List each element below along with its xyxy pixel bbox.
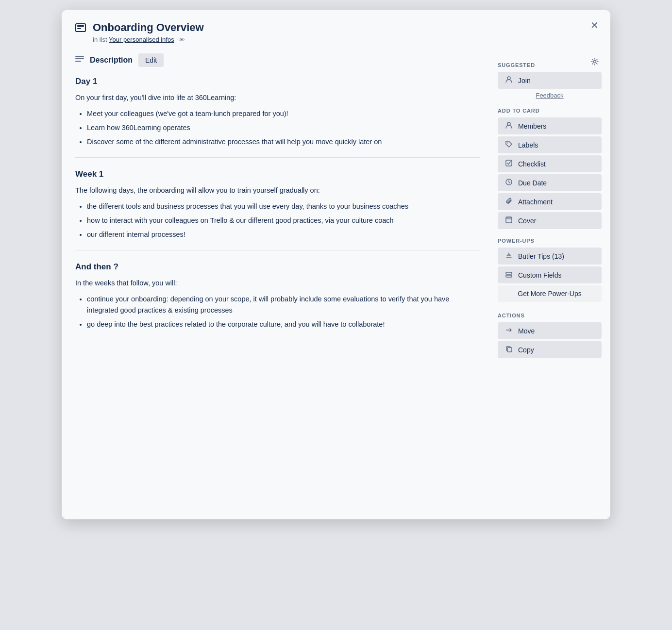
svg-rect-1 (77, 25, 84, 27)
move-button[interactable]: Move (498, 322, 602, 339)
main-content: Description Edit Day 1 On your first day… (62, 50, 494, 508)
description-header: Description Edit (75, 53, 480, 67)
list-item: Learn how 360Learning operates (87, 122, 480, 133)
suggested-label: SUGGESTED (498, 62, 535, 68)
list-item: how to interact with your colleagues on … (87, 215, 480, 226)
list-item: Meet your colleagues (we've got a team-l… (87, 108, 480, 119)
week1-bullets: the different tools and business process… (75, 201, 480, 241)
svg-point-7 (507, 77, 510, 80)
move-label: Move (518, 327, 535, 335)
day1-bullets: Meet your colleagues (we've got a team-l… (75, 108, 480, 148)
andthen-heading: And then ? (75, 260, 480, 273)
attachment-button[interactable]: Attachment (498, 193, 602, 210)
members-label: Members (518, 122, 546, 130)
checklist-button[interactable]: Checklist (498, 155, 602, 172)
modal-body: Description Edit Day 1 On your first day… (62, 50, 610, 519)
modal-header: Onboarding Overview in list Your persona… (62, 10, 610, 50)
content-area: Day 1 On your first day, you'll dive int… (75, 75, 480, 330)
svg-rect-16 (507, 348, 512, 352)
list-name-link[interactable]: Your personalised infos (109, 36, 174, 43)
close-button[interactable]: ✕ (587, 17, 603, 33)
labels-label: Labels (518, 141, 538, 149)
svg-point-8 (507, 122, 510, 125)
due-date-button[interactable]: Due Date (498, 174, 602, 191)
list-item: Discover some of the different administr… (87, 136, 480, 148)
svg-rect-0 (76, 24, 85, 32)
join-button[interactable]: Join (498, 72, 602, 89)
cover-label: Cover (518, 217, 536, 225)
gear-button[interactable] (588, 57, 602, 68)
card-modal: Onboarding Overview in list Your persona… (62, 10, 610, 519)
butler-tips-label: Butler Tips (13) (518, 252, 564, 260)
andthen-bullets: continue your onboarding: depending on y… (75, 294, 480, 331)
week1-intro: The following days, the onboarding will … (75, 185, 480, 196)
add-to-card-label: ADD TO CARD (498, 108, 602, 114)
custom-fields-label: Custom Fields (518, 271, 561, 279)
labels-button[interactable]: Labels (498, 136, 602, 153)
day1-heading: Day 1 (75, 75, 480, 88)
description-icon (75, 55, 84, 65)
due-date-label: Due Date (518, 179, 547, 187)
card-title: Onboarding Overview (93, 21, 597, 34)
butler-tips-button[interactable]: Butler Tips (13) (498, 248, 602, 265)
svg-rect-10 (506, 160, 512, 166)
copy-button[interactable]: Copy (498, 341, 602, 358)
section-divider (75, 250, 480, 250)
subtitle-prefix: in list (93, 36, 107, 43)
section-divider (75, 157, 480, 158)
copy-label: Copy (518, 346, 534, 354)
list-item: our different internal processes! (87, 229, 480, 240)
cover-icon (504, 216, 513, 225)
custom-fields-button[interactable]: Custom Fields (498, 266, 602, 283)
edit-button[interactable]: Edit (138, 53, 164, 67)
feedback-button[interactable]: Feedback (498, 92, 602, 99)
eye-icon: 👁 (179, 36, 185, 44)
actions-label: ACTIONS (498, 313, 602, 318)
svg-rect-2 (77, 28, 81, 29)
header-text: Onboarding Overview in list Your persona… (93, 21, 597, 44)
svg-rect-13 (506, 217, 512, 219)
svg-rect-15 (506, 275, 512, 277)
clock-icon (504, 179, 513, 187)
list-item: the different tools and business process… (87, 201, 480, 212)
join-label: Join (518, 77, 531, 84)
cover-button[interactable]: Cover (498, 212, 602, 229)
checklist-label: Checklist (518, 160, 546, 168)
card-subtitle: in list Your personalised infos 👁 (93, 36, 597, 44)
card-icon (75, 23, 86, 34)
svg-point-9 (507, 143, 508, 144)
day1-intro: On your first day, you'll dive into life… (75, 92, 480, 103)
week1-heading: Week 1 (75, 167, 480, 181)
person-icon (504, 76, 513, 84)
checklist-icon (504, 160, 513, 168)
attachment-label: Attachment (518, 198, 553, 206)
members-icon (504, 122, 513, 130)
attachment-icon (504, 198, 513, 206)
andthen-intro: In the weeks that follow, you will: (75, 278, 480, 289)
description-title: Description (90, 56, 133, 65)
butler-icon (504, 252, 513, 260)
move-icon (504, 327, 513, 335)
list-item: go deep into the best practices related … (87, 319, 480, 330)
custom-fields-icon (504, 271, 513, 279)
list-item: continue your onboarding: depending on y… (87, 294, 480, 316)
power-ups-label: POWER-UPS (498, 238, 602, 244)
sidebar: SUGGESTED Join Feedback (494, 50, 610, 508)
svg-rect-14 (506, 272, 512, 274)
get-more-button[interactable]: Get More Power-Ups (498, 285, 602, 302)
copy-icon (504, 346, 513, 354)
members-button[interactable]: Members (498, 117, 602, 134)
svg-point-6 (594, 61, 596, 63)
suggested-section-header: SUGGESTED (498, 53, 602, 72)
label-icon (504, 141, 513, 149)
